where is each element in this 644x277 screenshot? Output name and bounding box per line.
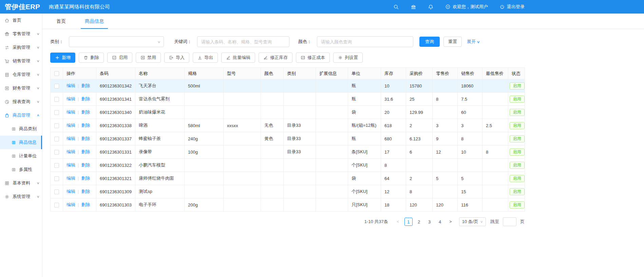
row-checkbox[interactable] [54,123,59,128]
row-select-cell [51,145,63,159]
delete-link[interactable]: 删除 [81,149,90,154]
status-badge: 启用 [510,135,525,142]
cell-min [482,106,508,119]
column-set-button[interactable]: 列设置 [333,53,363,63]
row-checkbox[interactable] [54,150,59,155]
edit-link[interactable]: 编辑 [67,110,75,115]
sidebar-item-retail[interactable]: 零售管理∨ [0,27,42,41]
cell-barcode: 6901236301321 [96,172,135,185]
row-checkbox[interactable] [54,163,59,168]
edit-link[interactable]: 编辑 [67,123,75,128]
disable-button[interactable]: 禁用 [136,53,161,63]
cell-category [284,198,316,212]
sidebar-item-attributes[interactable]: 多属性 [0,163,42,176]
sidebar-item-system[interactable]: 系统管理∨ [0,190,42,203]
category-select[interactable]: ∨ [69,36,164,47]
delete-link[interactable]: 删除 [81,136,90,141]
sidebar-item-product-info[interactable]: 商品信息 [0,136,42,149]
category-label: 类别： [50,39,63,45]
table-row: 编辑|删除6901236301338啤酒580mlxxsxx无色目录33瓶/(箱… [51,119,525,132]
tab-home[interactable]: 首页 [54,14,68,29]
edit-link[interactable]: 编辑 [67,83,75,88]
status-badge: 启用 [510,109,525,116]
delete-link[interactable]: 删除 [81,83,90,88]
table-row: 编辑|删除6901236301309测试sp个[SKU]12815启用 [51,185,525,198]
sidebar-item-product-category[interactable]: 商品类别 [0,122,42,136]
delete-link[interactable]: 删除 [81,123,90,128]
sidebar-item-report[interactable]: 报表查询∨ [0,95,42,108]
row-checkbox[interactable] [54,190,59,194]
edit-link[interactable]: 编辑 [67,149,75,154]
column-header: 类别 [284,68,316,79]
topbar-right: 欢迎您，测试用户 退出登录 [382,4,525,10]
row-checkbox[interactable] [54,176,59,181]
edit-link[interactable]: 编辑 [67,162,75,167]
row-checkbox[interactable] [54,84,59,88]
keyword-input[interactable] [197,36,289,47]
jump-page-input[interactable] [503,217,516,226]
edit-link[interactable]: 编辑 [67,189,75,194]
delete-link[interactable]: 删除 [81,110,90,115]
column-header: 操作 [63,68,96,79]
expand-link[interactable]: 展开 ∨ [467,39,479,45]
row-checkbox[interactable] [54,97,59,102]
sidebar-item-unit[interactable]: 计量单位 [0,149,42,163]
edit-link[interactable]: 编辑 [67,136,75,141]
search-icon[interactable] [393,4,399,10]
cell-unit: 个[SKU] [348,159,381,172]
sidebar-item-label: 系统管理 [13,194,30,200]
color-input[interactable] [317,36,413,47]
sidebar-item-label: 仓库管理 [13,72,30,78]
tab-product-info[interactable]: 商品信息 [83,14,106,29]
import-button[interactable]: 导入 [164,53,189,63]
reset-button[interactable]: 重置 [443,37,462,47]
page-button-2[interactable]: 2 [415,218,423,226]
color-label: 颜色： [298,39,311,45]
page-button-4[interactable]: 4 [436,218,444,226]
add-button[interactable]: 新增 [50,53,75,63]
cell-barcode: 6901236301340 [96,106,135,119]
batch-edit-button[interactable]: 批量编辑 [221,53,255,63]
select-all-checkbox[interactable] [54,71,59,76]
edit-link[interactable]: 编辑 [67,96,75,101]
edit-link[interactable]: 编辑 [67,202,75,207]
bank-icon[interactable] [411,4,416,10]
search-button[interactable]: 查询 [419,37,440,47]
sidebar-item-product[interactable]: 商品管理∧ [0,108,42,122]
page-size-select[interactable]: 10 条/页 ∨ [459,217,486,226]
delete-button[interactable]: 删除 [79,53,104,63]
status-badge: 启用 [510,162,525,169]
fix-stock-button[interactable]: 修正库存 [259,53,292,63]
next-page-button[interactable]: > [447,218,455,226]
cell-retail: 9 [433,132,458,145]
delete-link[interactable]: 删除 [81,96,90,101]
row-checkbox[interactable] [54,203,59,207]
delete-link[interactable]: 删除 [81,176,90,181]
sidebar-item-sales[interactable]: 销售管理∨ [0,54,42,68]
enable-button[interactable]: 启用 [107,53,132,63]
sidebar-item-purchase[interactable]: 采购管理∨ [0,41,42,54]
cell-unit: 只[SKU] [348,198,381,212]
check-square-icon [112,55,117,60]
page-button-3[interactable]: 3 [425,218,434,226]
chevron-down-icon: ∨ [37,73,40,76]
sidebar-item-basic-data[interactable]: 基本资料∨ [0,176,42,190]
cell-barcode: 6901236301309 [96,185,135,198]
filter-bar: 类别： ∨ 关键词： 颜色： 查询 重置 展开 ∨ [50,36,644,47]
prev-page-button[interactable]: < [394,218,402,226]
sidebar-item-finance[interactable]: 财务管理∨ [0,81,42,95]
sidebar-item-warehouse[interactable]: 仓库管理∨ [0,68,42,81]
sidebar-item-home[interactable]: 首页 [0,14,42,27]
logout-button[interactable]: 退出登录 [499,4,525,10]
row-checkbox[interactable] [54,137,59,141]
delete-link[interactable]: 删除 [81,162,90,167]
row-checkbox[interactable] [54,110,59,115]
page-button-1[interactable]: 1 [404,218,413,226]
bell-icon[interactable] [428,4,434,10]
edit-link[interactable]: 编辑 [67,176,75,181]
delete-link[interactable]: 删除 [81,202,90,207]
fix-cost-button[interactable]: 修正成本 [296,53,330,63]
export-button[interactable]: 导出 [193,53,218,63]
user-menu[interactable]: 欢迎您，测试用户 [445,4,488,10]
delete-link[interactable]: 删除 [81,189,90,194]
